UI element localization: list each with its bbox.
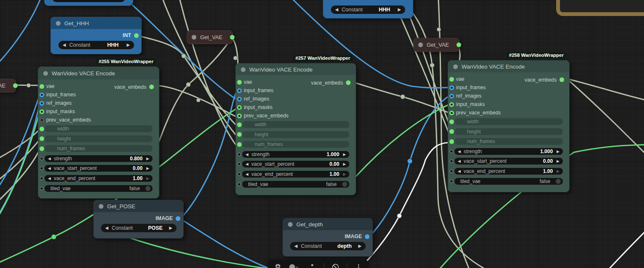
decrement-arrow-icon[interactable] <box>458 168 461 175</box>
node-vace-encode-255[interactable]: #255 WanVideoWrapper WanVideo VACE Encod… <box>38 66 159 199</box>
widget-input-socket[interactable] <box>449 139 454 144</box>
widget-input-socket[interactable] <box>40 127 44 131</box>
increment-arrow-icon[interactable] <box>398 5 401 14</box>
input-socket[interactable] <box>237 80 242 85</box>
widget-width[interactable]: width <box>454 118 563 125</box>
decrement-arrow-icon[interactable] <box>335 5 338 14</box>
node-get-vae-2[interactable]: Get_VAE <box>413 38 459 52</box>
reroute-dot[interactable] <box>437 27 441 32</box>
widget-tiled-vae[interactable]: tiled_vaefalse <box>242 181 349 188</box>
widget-num-frames[interactable]: num_frames <box>45 145 153 152</box>
widget-strength[interactable]: strength0.800 <box>45 155 153 162</box>
decrement-arrow-icon[interactable] <box>245 151 248 158</box>
reroute-dot[interactable] <box>233 56 238 60</box>
decrement-arrow-icon[interactable] <box>48 165 51 172</box>
widget-vace-end-percent[interactable]: vace_end_percent1.00 <box>454 168 563 175</box>
widget-tiled-vae[interactable]: tiled_vaefalse <box>45 185 153 192</box>
widget-vace-end-percent[interactable]: vace_end_percent1.00 <box>242 171 349 178</box>
decrement-arrow-icon[interactable] <box>63 41 66 49</box>
widget-vace-end-percent[interactable]: vace_end_percent1.00 <box>45 175 153 182</box>
input-socket[interactable] <box>237 97 242 101</box>
input-socket[interactable] <box>40 93 44 97</box>
node-get-hhh[interactable]: Get_HHH INT Constant HHH <box>50 17 142 54</box>
widget-height[interactable]: height <box>242 131 349 138</box>
increment-arrow-icon[interactable] <box>358 242 362 250</box>
widget-input-socket[interactable] <box>449 129 454 134</box>
increment-arrow-icon[interactable] <box>127 41 130 49</box>
widget-pill-partial[interactable] <box>52 0 125 2</box>
delete-icon[interactable] <box>274 263 282 268</box>
widget-input-socket[interactable] <box>238 162 241 166</box>
node-partial-top-left[interactable] <box>44 0 133 6</box>
increment-arrow-icon[interactable] <box>343 161 346 167</box>
increment-arrow-icon[interactable] <box>146 165 149 172</box>
reroute-dot[interactable] <box>186 82 191 87</box>
widget-vace-start-percent[interactable]: vace_start_percent0.00 <box>454 158 563 165</box>
widget-width[interactable]: width <box>45 125 153 132</box>
input-socket[interactable] <box>40 118 44 122</box>
widget-strength[interactable]: strength1.000 <box>242 151 349 158</box>
collapse-dot[interactable] <box>56 21 61 26</box>
input-socket[interactable] <box>449 94 454 98</box>
increment-arrow-icon[interactable] <box>557 158 560 165</box>
input-socket[interactable] <box>237 88 242 93</box>
widget-input-socket[interactable] <box>237 132 242 137</box>
collapse-dot[interactable] <box>43 71 48 76</box>
toggle-knob[interactable] <box>556 179 561 184</box>
toggle-knob[interactable] <box>342 182 347 187</box>
collapse-dot[interactable] <box>453 64 458 69</box>
output-socket[interactable] <box>230 35 235 40</box>
node-get-vae-left[interactable]: Get_VAE <box>0 79 16 93</box>
input-socket[interactable] <box>449 85 454 90</box>
constant-combo-widget[interactable]: Constant POSE <box>101 224 177 232</box>
increment-arrow-icon[interactable] <box>146 155 149 162</box>
widget-input-socket[interactable] <box>238 153 241 156</box>
input-socket[interactable] <box>237 114 242 118</box>
decrement-arrow-icon[interactable] <box>245 161 248 167</box>
input-socket[interactable] <box>449 77 454 82</box>
color-picker-icon[interactable]: ˅ <box>289 263 301 268</box>
widget-input-socket[interactable] <box>40 177 43 180</box>
node-get-vae-1[interactable]: Get_VAE <box>187 30 233 44</box>
widget-vace-start-percent[interactable]: vace_start_percent0.00 <box>242 161 349 167</box>
input-socket[interactable] <box>40 109 44 114</box>
widget-input-socket[interactable] <box>450 159 453 163</box>
widget-input-socket[interactable] <box>450 150 453 153</box>
input-socket[interactable] <box>237 105 242 110</box>
reroute-dot[interactable] <box>401 95 405 99</box>
reroute-dot[interactable] <box>26 83 31 88</box>
widget-height[interactable]: height <box>45 135 153 142</box>
node-get-pose[interactable]: Get_POSE IMAGE Constant POSE <box>93 200 184 239</box>
node-vace-encode-258[interactable]: #258 WanVideoWrapper WanVideo VACE Encod… <box>448 60 570 192</box>
constant-combo-widget[interactable]: Constant HHH <box>331 5 405 14</box>
collapse-dot[interactable] <box>241 67 245 72</box>
node-get-depth[interactable]: Get_depth IMAGE Constant depth <box>282 218 373 257</box>
increment-arrow-icon[interactable] <box>169 224 172 232</box>
widget-input-socket[interactable] <box>237 122 242 127</box>
decrement-arrow-icon[interactable] <box>48 155 51 162</box>
widget-width[interactable]: width <box>242 121 349 128</box>
widget-height[interactable]: height <box>454 128 563 135</box>
increment-arrow-icon[interactable] <box>146 175 149 182</box>
decrement-arrow-icon[interactable] <box>458 148 461 155</box>
collapse-dot[interactable] <box>99 204 103 209</box>
widget-input-socket[interactable] <box>449 119 454 124</box>
widget-num-frames[interactable]: num_frames <box>242 141 349 148</box>
decrement-arrow-icon[interactable] <box>294 242 298 250</box>
output-socket[interactable] <box>457 42 461 47</box>
reroute-dot[interactable] <box>51 234 56 239</box>
constant-combo-widget[interactable]: Constant depth <box>290 242 366 250</box>
widget-input-socket[interactable] <box>237 142 242 147</box>
widget-input-socket[interactable] <box>40 187 43 190</box>
collapse-dot[interactable] <box>192 35 196 40</box>
input-socket[interactable] <box>40 84 44 89</box>
output-socket[interactable] <box>176 216 180 221</box>
widget-tiled-vae[interactable]: tiled_vaefalse <box>454 178 563 185</box>
output-socket[interactable] <box>365 234 370 239</box>
constant-combo-widget[interactable]: Constant HHH <box>58 41 134 49</box>
more-icon[interactable] <box>354 263 363 268</box>
collapse-dot[interactable] <box>288 222 293 227</box>
input-socket[interactable] <box>40 101 44 106</box>
widget-input-socket[interactable] <box>238 183 241 186</box>
decrement-arrow-icon[interactable] <box>48 175 51 182</box>
